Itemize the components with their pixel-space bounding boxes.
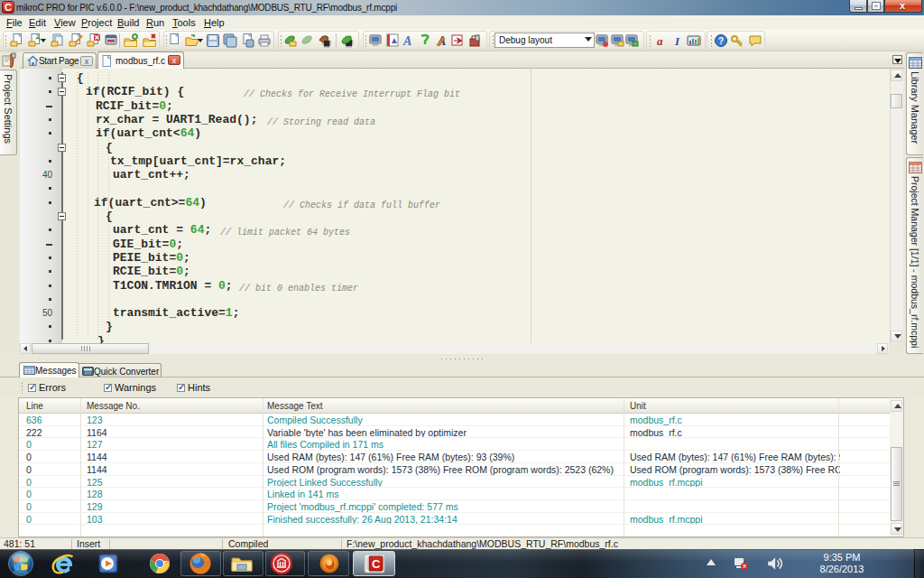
- svg-text:A: A: [402, 34, 411, 48]
- svg-text:C: C: [372, 557, 381, 571]
- svg-text:I: I: [674, 34, 680, 48]
- svg-text:?: ?: [718, 36, 724, 46]
- svg-text:a: a: [657, 34, 663, 48]
